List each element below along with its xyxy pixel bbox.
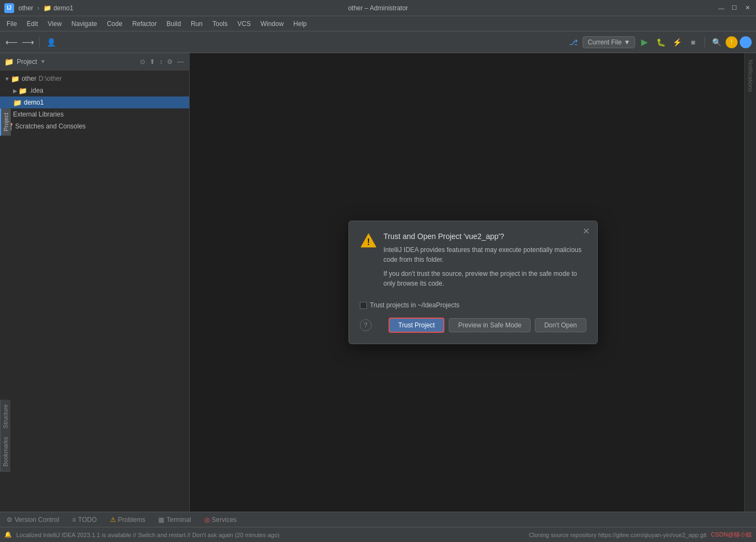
menu-edit[interactable]: Edit <box>22 18 42 29</box>
window-controls: — ☐ ✕ <box>717 4 752 12</box>
bottom-tab-version-control[interactable]: ⚙ Version Control <box>4 512 61 527</box>
status-bar: 🔔 Localized IntelliJ IDEA 2023.1.1 is av… <box>0 527 756 542</box>
svg-text:!: ! <box>367 237 370 247</box>
tree-item-path-other: D:\other <box>38 75 62 82</box>
window-title: other – Administrator <box>348 4 408 12</box>
dialog-overlay: ✕ ! Trust and Open Project 'vue2_app'? I… <box>190 53 756 512</box>
bottom-tab-problems[interactable]: ⚠ Problems <box>108 512 148 527</box>
project-breadcrumb: other › 📁 demo1 <box>18 4 73 12</box>
dialog-content: Trust and Open Project 'vue2_app'? Intel… <box>384 232 586 293</box>
project-name: other <box>18 4 33 12</box>
forward-button[interactable]: ⟶ <box>21 35 35 49</box>
search-everywhere-button[interactable]: 🔍 <box>709 35 723 49</box>
notification-badge[interactable]: ! <box>726 36 738 48</box>
app-icon: IJ <box>4 3 14 13</box>
menu-tools[interactable]: Tools <box>208 18 232 29</box>
menu-view[interactable]: View <box>43 18 66 29</box>
tree-item-idea[interactable]: ▶ 📁 .idea <box>0 85 189 96</box>
profile-run-button[interactable]: ⚡ <box>670 35 684 49</box>
help-button[interactable]: ? <box>360 319 372 331</box>
maximize-button[interactable]: ☐ <box>730 4 739 12</box>
folder-icon: 📁 <box>43 4 51 12</box>
project-panel-header: 📁 Project ▼ ⊙ ⬆ ↕ ⚙ — <box>0 53 189 70</box>
structure-label: Structure <box>0 400 10 434</box>
menu-help[interactable]: Help <box>289 18 311 29</box>
menu-run[interactable]: Run <box>186 18 207 29</box>
debug-button[interactable]: 🐛 <box>654 35 668 49</box>
tree-item-other[interactable]: ▼ 📁 other D:\other <box>0 73 189 85</box>
dialog-close-button[interactable]: ✕ <box>581 225 592 236</box>
dialog-title: Trust and Open Project 'vue2_app'? <box>384 232 586 241</box>
bottom-tabs: ⚙ Version Control ≡ TODO ⚠ Problems ▦ Te… <box>0 512 756 527</box>
dont-open-button[interactable]: Don't Open <box>535 318 586 332</box>
git-clone-status: Cloning source repository https://gitee.… <box>529 532 707 538</box>
project-sub: demo1 <box>53 4 73 12</box>
version-control-icon: ⚙ <box>7 516 12 524</box>
bottom-tab-services[interactable]: ◎ Services <box>202 512 239 527</box>
locate-icon[interactable]: ⊙ <box>139 57 146 67</box>
git-icon[interactable]: ⎇ <box>566 35 580 49</box>
tree-item-demo1[interactable]: 📁 demo1 <box>0 96 189 108</box>
project-side-tab[interactable]: Project <box>0 108 11 136</box>
trust-projects-checkbox[interactable] <box>360 302 367 309</box>
tree-item-label-demo1: demo1 <box>24 99 44 106</box>
back-button[interactable]: ⟵ <box>4 35 18 49</box>
folder-icon-demo1: 📁 <box>13 99 22 107</box>
sort-icon[interactable]: ↕ <box>158 57 164 67</box>
dialog-checkbox-row: Trust projects in ~/IdeaProjects <box>360 301 586 309</box>
toolbar: ⟵ ⟶ 👤 ⎇ Current File ▼ ▶ 🐛 ⚡ ■ 🔍 ! <box>0 31 756 53</box>
problems-icon: ⚠ <box>110 516 116 524</box>
bottom-tab-terminal[interactable]: ▦ Terminal <box>156 512 193 527</box>
menu-code[interactable]: Code <box>102 18 127 29</box>
settings-icon[interactable]: ⚙ <box>166 57 174 67</box>
dialog-header: ! Trust and Open Project 'vue2_app'? Int… <box>360 232 586 293</box>
close-button[interactable]: ✕ <box>743 4 752 12</box>
menu-file[interactable]: File <box>2 18 21 29</box>
todo-icon: ≡ <box>72 516 76 524</box>
trust-project-button[interactable]: Trust Project <box>389 318 445 333</box>
menu-refactor[interactable]: Refactor <box>128 18 161 29</box>
warning-triangle-icon: ! <box>360 232 377 249</box>
current-file-label: Current File <box>587 38 622 46</box>
title-bar: IJ other › 📁 demo1 other – Administrator… <box>0 0 756 16</box>
structure-side-panel[interactable]: Structure <box>0 400 10 434</box>
terminal-icon: ▦ <box>158 516 164 524</box>
stop-button[interactable]: ■ <box>686 35 700 49</box>
tree-item-scratches[interactable]: 📝 Scratches and Consoles <box>0 120 189 132</box>
preview-safe-mode-button[interactable]: Preview in Safe Mode <box>449 318 531 332</box>
project-panel-title: Project <box>17 58 37 66</box>
bookmarks-side-panel[interactable]: Bookmarks <box>0 433 10 472</box>
folder-icon-other: 📁 <box>11 75 20 83</box>
update-icon: 🔔 <box>4 531 12 538</box>
dialog-body-text2: If you don't trust the source, preview t… <box>384 269 586 288</box>
tree-item-label-libraries: External Libraries <box>13 111 63 118</box>
close-panel-icon[interactable]: — <box>176 57 185 67</box>
collapse-icon[interactable]: ⬆ <box>148 57 156 67</box>
main-layout: 📁 Project ▼ ⊙ ⬆ ↕ ⚙ — ▼ 📁 other D:\other <box>0 53 756 512</box>
expand-icon: ▼ <box>40 59 46 64</box>
services-icon: ◎ <box>204 516 210 524</box>
trust-project-dialog: ✕ ! Trust and Open Project 'vue2_app'? I… <box>348 221 598 344</box>
tree-item-label-idea: .idea <box>29 87 43 94</box>
tree-item-external-libraries[interactable]: ⚙ External Libraries <box>0 108 189 120</box>
expand-arrow-icon: ▼ <box>4 76 10 82</box>
minimize-button[interactable]: — <box>717 4 726 12</box>
content-area: Search Everywhere Double Shift ✕ ! Trust… <box>190 53 756 512</box>
folder-icon-idea: 📁 <box>18 87 27 95</box>
project-panel: 📁 Project ▼ ⊙ ⬆ ↕ ⚙ — ▼ 📁 other D:\other <box>0 53 190 512</box>
run-button[interactable]: ▶ <box>637 35 651 49</box>
bottom-tab-todo[interactable]: ≡ TODO <box>70 512 99 527</box>
dialog-body-text1: IntelliJ IDEA provides features that may… <box>384 245 586 264</box>
menu-navigate[interactable]: Navigate <box>67 18 101 29</box>
panel-header-icons: ⊙ ⬆ ↕ ⚙ — <box>139 57 185 67</box>
project-side-label: Project <box>0 108 11 136</box>
menu-vcs[interactable]: VCS <box>233 18 255 29</box>
menu-build[interactable]: Build <box>162 18 185 29</box>
avatar[interactable] <box>740 36 752 48</box>
current-file-dropdown[interactable]: Current File ▼ <box>583 36 635 48</box>
bookmarks-label: Bookmarks <box>0 433 10 472</box>
tree-item-label-other: other <box>22 75 36 82</box>
profile-button[interactable]: 👤 <box>44 35 58 49</box>
chevron-down-icon: ▼ <box>624 38 630 46</box>
menu-window[interactable]: Window <box>256 18 288 29</box>
